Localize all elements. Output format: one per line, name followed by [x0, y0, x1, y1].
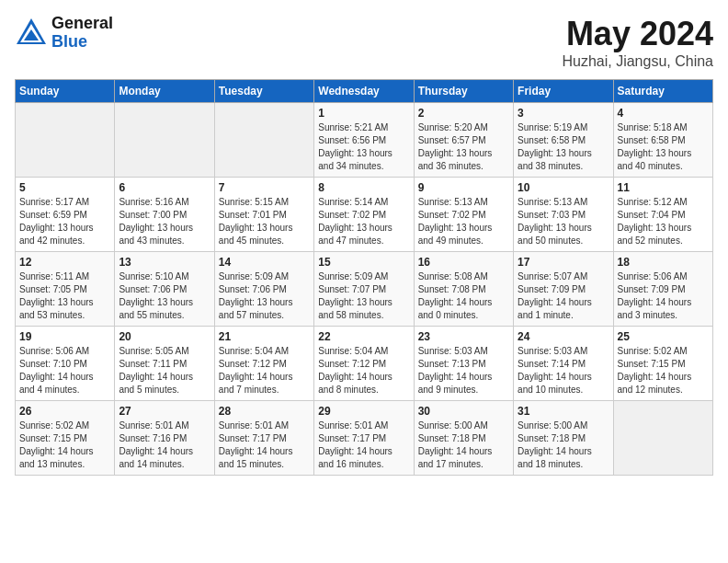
calendar-week-row: 26Sunrise: 5:02 AMSunset: 7:15 PMDayligh…	[16, 401, 713, 476]
cell-content: Sunrise: 5:03 AMSunset: 7:14 PMDaylight:…	[518, 345, 609, 396]
cell-content: Sunrise: 5:09 AMSunset: 7:07 PMDaylight:…	[318, 270, 409, 322]
table-row: 7Sunrise: 5:15 AMSunset: 7:01 PMDaylight…	[214, 178, 313, 252]
table-row: 2Sunrise: 5:20 AMSunset: 6:57 PMDaylight…	[414, 103, 513, 178]
day-number: 24	[518, 330, 609, 343]
day-number: 17	[518, 256, 609, 269]
table-row: 29Sunrise: 5:01 AMSunset: 7:17 PMDayligh…	[314, 401, 414, 476]
table-row	[16, 103, 115, 178]
table-row: 1Sunrise: 5:21 AMSunset: 6:56 PMDaylight…	[314, 103, 414, 178]
table-row: 15Sunrise: 5:09 AMSunset: 7:07 PMDayligh…	[314, 252, 414, 327]
day-number: 26	[19, 405, 110, 418]
day-number: 10	[518, 181, 609, 194]
table-row: 11Sunrise: 5:12 AMSunset: 7:04 PMDayligh…	[613, 178, 712, 252]
day-number: 15	[318, 256, 409, 269]
calendar-table: Sunday Monday Tuesday Wednesday Thursday…	[15, 79, 713, 476]
cell-content: Sunrise: 5:09 AMSunset: 7:06 PMDaylight:…	[219, 270, 310, 322]
day-number: 3	[518, 107, 609, 120]
cell-content: Sunrise: 5:03 AMSunset: 7:13 PMDaylight:…	[418, 345, 509, 396]
page-header: General Blue May 2024 Huzhai, Jiangsu, C…	[15, 15, 713, 70]
calendar-week-row: 19Sunrise: 5:06 AMSunset: 7:10 PMDayligh…	[16, 327, 713, 401]
table-row: 25Sunrise: 5:02 AMSunset: 7:15 PMDayligh…	[613, 327, 712, 401]
table-row: 21Sunrise: 5:04 AMSunset: 7:12 PMDayligh…	[214, 327, 313, 401]
table-row: 16Sunrise: 5:08 AMSunset: 7:08 PMDayligh…	[414, 252, 513, 327]
table-row: 20Sunrise: 5:05 AMSunset: 7:11 PMDayligh…	[115, 327, 214, 401]
day-number: 27	[119, 405, 210, 418]
day-number: 6	[119, 181, 210, 194]
table-row: 14Sunrise: 5:09 AMSunset: 7:06 PMDayligh…	[214, 252, 313, 327]
table-row: 24Sunrise: 5:03 AMSunset: 7:14 PMDayligh…	[514, 327, 613, 401]
header-friday: Friday	[514, 80, 613, 103]
table-row: 3Sunrise: 5:19 AMSunset: 6:58 PMDaylight…	[514, 103, 613, 178]
location-subtitle: Huzhai, Jiangsu, China	[562, 53, 713, 70]
day-number: 12	[19, 256, 110, 269]
day-number: 2	[418, 107, 509, 120]
header-monday: Monday	[115, 80, 214, 103]
header-tuesday: Tuesday	[214, 80, 313, 103]
table-row	[613, 401, 712, 476]
logo-blue-text: Blue	[51, 33, 113, 52]
day-number: 14	[219, 256, 310, 269]
day-number: 19	[19, 330, 110, 343]
table-row	[115, 103, 214, 178]
cell-content: Sunrise: 5:14 AMSunset: 7:02 PMDaylight:…	[318, 196, 409, 247]
cell-content: Sunrise: 5:01 AMSunset: 7:17 PMDaylight:…	[219, 419, 310, 471]
cell-content: Sunrise: 5:11 AMSunset: 7:05 PMDaylight:…	[19, 270, 110, 322]
day-number: 16	[418, 256, 509, 269]
cell-content: Sunrise: 5:13 AMSunset: 7:03 PMDaylight:…	[518, 196, 609, 247]
day-number: 25	[618, 330, 709, 343]
logo-icon	[15, 17, 48, 50]
logo: General Blue	[15, 15, 113, 52]
table-row: 9Sunrise: 5:13 AMSunset: 7:02 PMDaylight…	[414, 178, 513, 252]
cell-content: Sunrise: 5:04 AMSunset: 7:12 PMDaylight:…	[318, 345, 409, 396]
day-number: 22	[318, 330, 409, 343]
table-row: 30Sunrise: 5:00 AMSunset: 7:18 PMDayligh…	[414, 401, 513, 476]
cell-content: Sunrise: 5:08 AMSunset: 7:08 PMDaylight:…	[418, 270, 509, 322]
cell-content: Sunrise: 5:07 AMSunset: 7:09 PMDaylight:…	[518, 270, 609, 322]
day-number: 13	[119, 256, 210, 269]
cell-content: Sunrise: 5:17 AMSunset: 6:59 PMDaylight:…	[19, 196, 110, 247]
day-number: 28	[219, 405, 310, 418]
weekday-header-row: Sunday Monday Tuesday Wednesday Thursday…	[16, 80, 713, 103]
header-sunday: Sunday	[16, 80, 115, 103]
day-number: 7	[219, 181, 310, 194]
header-thursday: Thursday	[414, 80, 513, 103]
table-row: 5Sunrise: 5:17 AMSunset: 6:59 PMDaylight…	[16, 178, 115, 252]
calendar-week-row: 5Sunrise: 5:17 AMSunset: 6:59 PMDaylight…	[16, 178, 713, 252]
day-number: 21	[219, 330, 310, 343]
title-block: May 2024 Huzhai, Jiangsu, China	[562, 15, 713, 70]
header-saturday: Saturday	[613, 80, 712, 103]
table-row: 19Sunrise: 5:06 AMSunset: 7:10 PMDayligh…	[16, 327, 115, 401]
logo-text: General Blue	[51, 15, 113, 52]
cell-content: Sunrise: 5:02 AMSunset: 7:15 PMDaylight:…	[19, 419, 110, 471]
cell-content: Sunrise: 5:00 AMSunset: 7:18 PMDaylight:…	[418, 419, 509, 471]
table-row: 4Sunrise: 5:18 AMSunset: 6:58 PMDaylight…	[613, 103, 712, 178]
day-number: 23	[418, 330, 509, 343]
day-number: 20	[119, 330, 210, 343]
day-number: 9	[418, 181, 509, 194]
table-row: 23Sunrise: 5:03 AMSunset: 7:13 PMDayligh…	[414, 327, 513, 401]
day-number: 1	[318, 107, 409, 120]
cell-content: Sunrise: 5:20 AMSunset: 6:57 PMDaylight:…	[418, 121, 509, 173]
table-row: 18Sunrise: 5:06 AMSunset: 7:09 PMDayligh…	[613, 252, 712, 327]
cell-content: Sunrise: 5:02 AMSunset: 7:15 PMDaylight:…	[618, 345, 709, 396]
table-row: 10Sunrise: 5:13 AMSunset: 7:03 PMDayligh…	[514, 178, 613, 252]
month-title: May 2024	[562, 15, 713, 53]
calendar-week-row: 12Sunrise: 5:11 AMSunset: 7:05 PMDayligh…	[16, 252, 713, 327]
cell-content: Sunrise: 5:13 AMSunset: 7:02 PMDaylight:…	[418, 196, 509, 247]
day-number: 30	[418, 405, 509, 418]
cell-content: Sunrise: 5:00 AMSunset: 7:18 PMDaylight:…	[518, 419, 609, 471]
table-row: 6Sunrise: 5:16 AMSunset: 7:00 PMDaylight…	[115, 178, 214, 252]
table-row: 26Sunrise: 5:02 AMSunset: 7:15 PMDayligh…	[16, 401, 115, 476]
day-number: 31	[518, 405, 609, 418]
cell-content: Sunrise: 5:10 AMSunset: 7:06 PMDaylight:…	[119, 270, 210, 322]
table-row: 27Sunrise: 5:01 AMSunset: 7:16 PMDayligh…	[115, 401, 214, 476]
day-number: 8	[318, 181, 409, 194]
logo-general-text: General	[51, 15, 113, 33]
day-number: 29	[318, 405, 409, 418]
day-number: 5	[19, 181, 110, 194]
cell-content: Sunrise: 5:06 AMSunset: 7:09 PMDaylight:…	[618, 270, 709, 322]
table-row: 31Sunrise: 5:00 AMSunset: 7:18 PMDayligh…	[514, 401, 613, 476]
cell-content: Sunrise: 5:15 AMSunset: 7:01 PMDaylight:…	[219, 196, 310, 247]
cell-content: Sunrise: 5:05 AMSunset: 7:11 PMDaylight:…	[119, 345, 210, 396]
cell-content: Sunrise: 5:04 AMSunset: 7:12 PMDaylight:…	[219, 345, 310, 396]
